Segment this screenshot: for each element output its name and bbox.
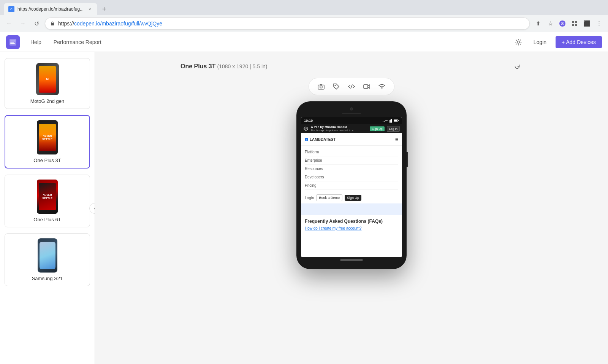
preview-refresh-button[interactable] — [512, 61, 522, 72]
svg-rect-21 — [398, 120, 399, 121]
settings-button[interactable] — [512, 36, 524, 48]
login-button[interactable]: Login — [529, 37, 551, 47]
code-tool-button[interactable] — [345, 80, 358, 93]
site-nav-platform[interactable]: Platform — [305, 148, 398, 156]
camera-tool-button[interactable] — [315, 80, 327, 93]
home-indicator[interactable] — [340, 259, 363, 261]
faq-section: Frequently Asked Questions (FAQs) How do… — [301, 215, 402, 234]
svg-rect-2 — [51, 23, 54, 25]
site-book-demo-button[interactable]: Book a Demo — [316, 194, 342, 201]
svg-point-12 — [320, 86, 322, 88]
new-tab-button[interactable]: + — [99, 4, 109, 14]
device-preview-specs: (1080 x 1920 | 5.5 in) — [217, 63, 267, 69]
svg-text:S: S — [561, 22, 564, 26]
wifi-tool-button[interactable] — [376, 80, 388, 93]
device-image-samsung — [38, 238, 57, 273]
svg-point-10 — [517, 41, 519, 43]
site-menu-icon[interactable]: ≡ — [395, 136, 398, 142]
site-signup-button[interactable]: Sign Up — [345, 195, 361, 201]
site-nav-developers[interactable]: Developers — [305, 173, 398, 181]
browser-tab[interactable]: C https://codepen.io/mbaziraofug... × — [4, 3, 97, 15]
svg-rect-8 — [575, 24, 577, 26]
device-image-oneplus6t: NEVERSETTLE — [37, 180, 58, 214]
phone-frame: 10:10 A Pen by Mbazira Rona — [296, 101, 407, 269]
svg-rect-5 — [572, 21, 574, 23]
profile1-button[interactable]: S — [557, 18, 568, 29]
app-header: Help Performance Report Login + Add Devi… — [0, 32, 608, 52]
device-name-oneplus6t: One Plus 6T — [33, 217, 61, 222]
download-button[interactable]: ⬆ — [533, 18, 543, 29]
tab-close-btn[interactable]: × — [87, 6, 93, 12]
menu-button[interactable]: ⋮ — [594, 18, 604, 29]
device-card-motog[interactable]: M MotoG 2nd gen — [5, 58, 90, 109]
nav-performance[interactable]: Performance Report — [49, 37, 106, 47]
device-name-motog: MotoG 2nd gen — [30, 98, 65, 104]
codepen-login-button[interactable]: Log In — [387, 126, 400, 132]
address-path: /mbaziraofug/full/wvQjQye — [100, 20, 162, 27]
device-image-oneplus3t: NEVERSETTLE — [37, 120, 58, 154]
svg-rect-17 — [390, 120, 391, 123]
site-nav-resources[interactable]: Resources — [305, 165, 398, 173]
svg-line-24 — [306, 128, 308, 129]
svg-rect-18 — [391, 119, 392, 123]
site-blue-band — [301, 203, 402, 215]
address-host: codepen.io — [74, 20, 100, 27]
video-tool-button[interactable] — [361, 80, 373, 93]
forward-button[interactable]: → — [17, 18, 28, 29]
svg-rect-16 — [389, 120, 390, 123]
reload-button[interactable]: ↺ — [31, 18, 42, 29]
preview-area: One Plus 3T (1080 x 1920 | 5.5 in) — [95, 52, 608, 364]
faq-title: Frequently Asked Questions (FAQs) — [305, 219, 398, 224]
phone-speaker — [342, 113, 361, 114]
site-nav-enterprise[interactable]: Enterprise — [305, 156, 398, 165]
tag-tool-button[interactable] — [330, 80, 342, 93]
site-nav-pricing[interactable]: Pricing — [305, 181, 398, 190]
device-card-oneplus3t[interactable]: NEVERSETTLE One Plus 3T — [5, 115, 90, 169]
device-card-samsung[interactable]: Samsung S21 — [5, 233, 90, 286]
phone-camera — [350, 107, 353, 110]
app-logo-icon — [6, 35, 20, 49]
extensions-button[interactable] — [569, 18, 580, 29]
svg-point-15 — [382, 88, 382, 89]
svg-text:C: C — [10, 8, 13, 11]
bookmark-button[interactable]: ☆ — [545, 18, 556, 29]
site-login-text[interactable]: Login — [305, 196, 314, 200]
back-button[interactable]: ← — [4, 18, 14, 29]
svg-line-23 — [304, 128, 306, 129]
site-login-area: Login Book a Demo Sign Up — [301, 192, 402, 203]
address-text: https://codepen.io/mbaziraofug/full/wvQj… — [58, 20, 525, 27]
phone-side-button — [407, 152, 408, 167]
nav-help[interactable]: Help — [26, 37, 46, 47]
app-nav: Help Performance Report — [26, 37, 506, 47]
phone-home-bar — [301, 257, 402, 263]
status-icons — [382, 119, 399, 123]
faq-link[interactable]: How do I create my free account? — [305, 226, 398, 230]
device-card-oneplus6t[interactable]: NEVERSETTLE One Plus 6T — [5, 175, 90, 227]
svg-rect-20 — [394, 120, 397, 121]
phone-frame-container: 10:10 A Pen by Mbazira Rona — [296, 101, 407, 269]
svg-text:L: L — [306, 139, 307, 141]
device-title-row: One Plus 3T (1080 x 1920 | 5.5 in) — [180, 61, 522, 72]
collapse-sidebar-button[interactable]: ‹ — [89, 203, 95, 214]
preview-toolbar — [309, 78, 394, 95]
codepen-author: A Pen by Mbazira Ronald — [311, 125, 347, 129]
address-bar[interactable]: https://codepen.io/mbaziraofug/full/wvQj… — [45, 17, 530, 30]
codepen-info: A Pen by Mbazira Ronald Bootstrap dropdo… — [311, 125, 367, 132]
split-button[interactable]: ⬛ — [581, 18, 592, 29]
tab-favicon: C — [8, 6, 14, 12]
add-devices-button[interactable]: + Add Devices — [556, 36, 602, 48]
svg-point-13 — [335, 85, 336, 86]
site-navigation: Platform Enterprise Resources Developers… — [301, 146, 402, 192]
lock-icon — [50, 21, 55, 26]
svg-rect-7 — [572, 24, 574, 26]
device-name-samsung: Samsung S21 — [32, 276, 63, 281]
codepen-signup-button[interactable]: Sign Up — [370, 126, 384, 131]
header-actions: Login + Add Devices — [512, 36, 602, 48]
codepen-subtitle: Bootstrap dropdown nested in c... — [311, 129, 356, 132]
site-content-area — [301, 234, 402, 257]
svg-rect-14 — [364, 85, 368, 88]
device-preview-name: One Plus 3T — [180, 63, 215, 70]
tab-title: https://codepen.io/mbaziraofug... — [17, 6, 84, 12]
phone-status-bar: 10:10 — [301, 117, 402, 124]
site-logo-text: LAMBDATEST — [310, 137, 336, 142]
